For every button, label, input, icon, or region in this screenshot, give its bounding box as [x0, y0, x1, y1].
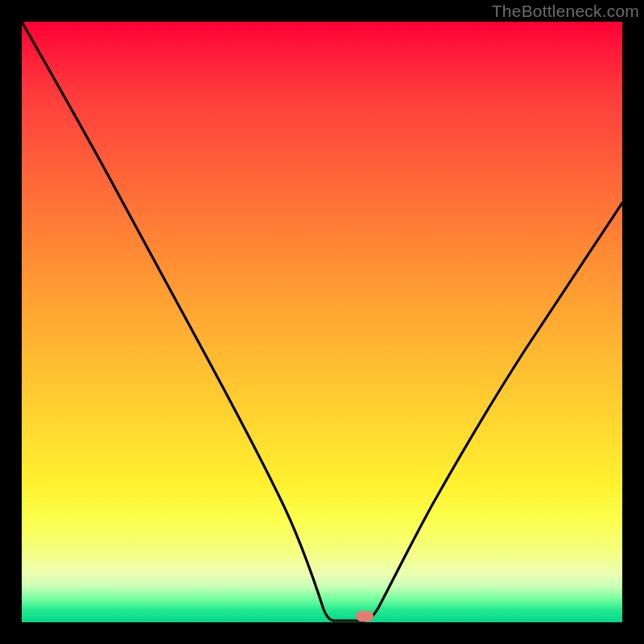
plot-area [22, 22, 622, 622]
optimal-marker [356, 611, 374, 621]
curve-svg [22, 22, 622, 622]
bottleneck-curve-path [22, 22, 622, 621]
watermark-text: TheBottleneck.com [492, 2, 639, 21]
chart-frame: TheBottleneck.com [0, 0, 644, 644]
